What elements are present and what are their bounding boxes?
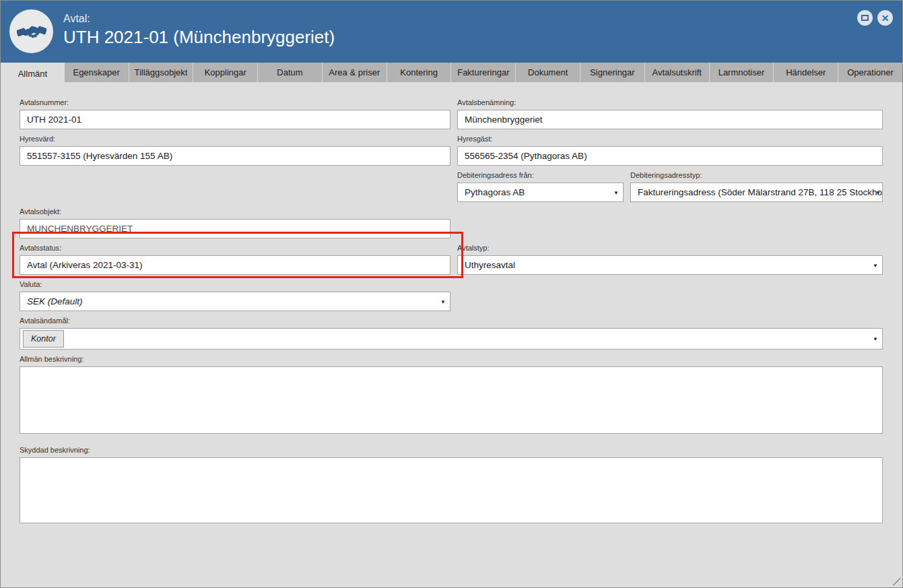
avtalsandamal-chip-kontor[interactable]: Kontor: [23, 330, 64, 348]
avtalsandamal-label: Avtalsändamål:: [20, 317, 883, 325]
tab-faktureringar[interactable]: Faktureringar: [451, 63, 516, 82]
tab-bar: Allmänt Egenskaper Tilläggsobjekt Koppli…: [1, 63, 902, 85]
debiteringsadress-fran-value: Pythagoras AB: [465, 187, 525, 197]
hyresgast-field[interactable]: [457, 146, 883, 166]
tab-operationer[interactable]: Operationer: [838, 63, 902, 82]
tab-tillaggsobjekt[interactable]: Tilläggsobjekt: [129, 63, 194, 82]
close-icon: ✕: [881, 13, 890, 23]
hyresgast-label: Hyresgäst:: [457, 135, 883, 143]
close-button[interactable]: ✕: [877, 10, 893, 26]
debiteringsadresstyp-select[interactable]: Faktureringsadress (Söder Mälarstrand 27…: [630, 183, 883, 202]
restore-button[interactable]: [857, 10, 873, 26]
tab-kontering[interactable]: Kontering: [387, 63, 452, 82]
window-header: Avtal: UTH 2021-01 (Münchenbryggeriet) ✕: [1, 1, 902, 63]
avtalstyp-select[interactable]: Uthyresavtal ▼: [457, 255, 883, 275]
tab-avtalsutskrift[interactable]: Avtalsutskrift: [645, 63, 710, 82]
avtalsstatus-label: Avtalsstatus:: [20, 244, 450, 253]
tab-area-priser[interactable]: Area & priser: [323, 63, 387, 82]
avtalsnummer-label: Avtalsnummer:: [20, 98, 450, 107]
valuta-label: Valuta:: [20, 280, 450, 289]
debiteringsadresstyp-value: Faktureringsadress (Söder Mälarstrand 27…: [638, 187, 883, 197]
tab-handelser[interactable]: Händelser: [774, 63, 838, 82]
tab-panel-allmant: Avtalsnummer: Avtalsbenämning: Hyresvärd…: [1, 85, 902, 587]
tab-kopplingar[interactable]: Kopplingar: [193, 63, 258, 82]
valuta-value: SEK (Default): [27, 296, 83, 306]
tab-allmant[interactable]: Allmänt: [1, 63, 65, 85]
tab-signeringar[interactable]: Signeringar: [580, 63, 645, 82]
chevron-down-icon: ▼: [873, 336, 878, 342]
avtalsobjekt-label: Avtalsobjekt:: [20, 207, 450, 216]
tab-dokument[interactable]: Dokument: [516, 63, 580, 82]
skyddad-beskrivning-field[interactable]: [20, 457, 883, 523]
chevron-down-icon: ▼: [875, 189, 881, 195]
allman-beskrivning-label: Allmän beskrivning:: [20, 355, 883, 364]
tab-larmnotiser[interactable]: Larmnotiser: [710, 63, 774, 82]
chevron-down-icon: ▼: [873, 262, 878, 268]
hyresvard-label: Hyresvärd:: [20, 135, 450, 143]
avtalsbenamning-label: Avtalsbenämning:: [457, 98, 883, 107]
avtalsnummer-field[interactable]: [20, 110, 450, 129]
avtalstyp-value: Uthyresavtal: [465, 260, 515, 270]
handshake-icon: [9, 9, 53, 53]
valuta-select[interactable]: SEK (Default) ▼: [20, 292, 450, 311]
debiteringsadresstyp-label: Debiteringsadresstyp:: [630, 171, 883, 180]
debiteringsadress-fran-select[interactable]: Pythagoras AB ▼: [457, 183, 624, 202]
skyddad-beskrivning-label: Skyddad beskrivning:: [20, 446, 883, 455]
chevron-down-icon: ▼: [613, 189, 619, 195]
allman-beskrivning-field[interactable]: [20, 366, 883, 434]
avtalsobjekt-field[interactable]: [20, 219, 450, 238]
avtalsbenamning-field[interactable]: [457, 110, 883, 129]
debiteringsadress-fran-label: Debiteringsadress från:: [457, 171, 624, 180]
chevron-down-icon: ▼: [440, 298, 446, 304]
tab-egenskaper[interactable]: Egenskaper: [65, 63, 129, 82]
app-window: { "window": { "title_prefix": "Avtal:", …: [0, 0, 903, 588]
tab-datum[interactable]: Datum: [258, 63, 323, 82]
avtalstyp-label: Avtalstyp:: [457, 244, 883, 253]
page-title: UTH 2021-01 (Münchenbryggeriet): [63, 26, 335, 48]
window-title-prefix: Avtal:: [63, 12, 335, 26]
avtalsandamal-select[interactable]: Kontor ▼: [20, 328, 883, 350]
hyresvard-field[interactable]: [20, 146, 450, 166]
restore-icon: [861, 15, 869, 21]
resize-handle[interactable]: [892, 577, 900, 585]
avtalsstatus-field[interactable]: [20, 255, 450, 275]
